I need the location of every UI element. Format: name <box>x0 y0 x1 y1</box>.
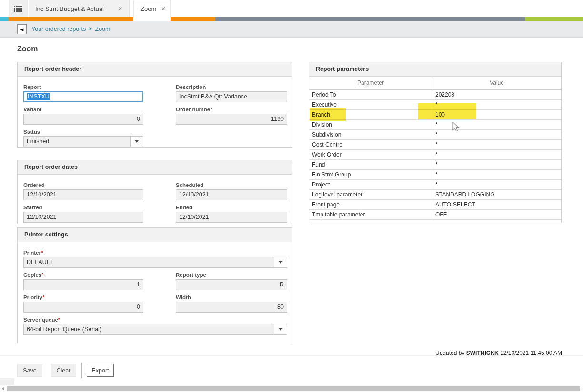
chevron-down-icon <box>135 140 139 143</box>
parameter-name-cell: Tmp table parameter <box>309 210 432 219</box>
chevron-down-icon <box>279 261 282 264</box>
updated-by-status: Updated by SWITNICKK 12/10/2021 11:45:00… <box>435 350 562 355</box>
stripe-orange-left <box>9 17 133 21</box>
stripe-cyan <box>0 17 9 21</box>
copies-label: Copies* <box>23 272 143 278</box>
parameter-row: Fund* <box>309 160 561 170</box>
parameter-value-cell: * <box>432 180 561 189</box>
parameter-name-cell: Cost Centre <box>309 140 432 149</box>
list-icon <box>14 6 22 12</box>
server-queue-label: Server queue* <box>23 317 287 323</box>
report-order-dates-panel: Report order dates Ordered 12/10/2021 Sc… <box>17 160 292 224</box>
ended-label: Ended <box>176 205 287 210</box>
scrollbar-thumb[interactable] <box>7 386 580 391</box>
started-input: 12/10/2021 <box>23 212 143 223</box>
updated-by-user: SWITNICKK <box>466 350 499 355</box>
breadcrumb-your-ordered-reports[interactable]: Your ordered reports <box>31 26 86 32</box>
close-icon[interactable]: ✕ <box>113 6 122 12</box>
parameter-name-cell: Fund <box>309 160 432 169</box>
parameter-value-cell: 100 <box>432 110 561 119</box>
tab-label: Zoom <box>141 5 156 12</box>
status-dropdown-button[interactable] <box>130 136 143 147</box>
printer-label: Printer* <box>23 250 287 255</box>
section-title: Report parameters <box>309 62 561 77</box>
report-type-label: Report type <box>176 272 287 278</box>
parameter-value-cell: * <box>432 150 561 159</box>
close-icon[interactable]: ✕ <box>156 6 165 12</box>
parameter-row: Front pageAUTO-SELECT <box>309 200 561 210</box>
breadcrumb: Your ordered reports>Zoom <box>31 21 110 38</box>
back-button[interactable]: ◀ <box>17 24 27 34</box>
status-select-value: Finished <box>23 136 131 147</box>
parameter-row: Tmp table parameterOFF <box>309 210 561 220</box>
parameter-value-cell: * <box>432 170 561 179</box>
parameter-row: Branch100 <box>309 110 561 120</box>
scroll-left-icon[interactable] <box>2 387 4 391</box>
parameter-name-cell: Executive <box>309 100 432 109</box>
required-marker: * <box>58 317 60 323</box>
parameter-name-cell: Fin Stmt Group <box>309 170 432 179</box>
parameter-value-cell: AUTO-SELECT <box>432 200 561 209</box>
tab-inc-stmt-budget-actual[interactable]: Inc Stmt Budget & Actual ✕ <box>29 0 130 17</box>
tab-bar: Inc Stmt Budget & Actual ✕ Zoom ✕ <box>0 0 583 17</box>
parameter-name-cell: Subdivision <box>309 130 432 139</box>
ordered-label: Ordered <box>23 182 143 188</box>
clear-button[interactable]: Clear <box>51 364 76 377</box>
save-button[interactable]: Save <box>17 364 42 377</box>
section-title: Report order dates <box>18 160 292 175</box>
priority-input: 0 <box>23 302 143 313</box>
stripe-green <box>525 17 583 21</box>
parameter-name-cell: Front page <box>309 200 432 209</box>
export-button[interactable]: Export <box>87 364 114 377</box>
horizontal-scrollbar[interactable] <box>0 385 583 392</box>
scheduled-label: Scheduled <box>176 182 287 188</box>
parameter-row: Fin Stmt Group* <box>309 170 561 180</box>
parameter-name-cell: Log level parameter <box>309 190 432 199</box>
updated-by-label: Updated by <box>435 350 464 355</box>
menu-tabs-button[interactable] <box>9 0 28 17</box>
report-type-input: R <box>176 279 287 290</box>
tab-label: Inc Stmt Budget & Actual <box>35 5 104 12</box>
printer-settings-panel: Printer settings Printer* DEFAULT Copies… <box>17 227 292 343</box>
section-title: Report order header <box>18 62 292 77</box>
variant-input: 0 <box>23 114 143 125</box>
started-label: Started <box>23 205 143 210</box>
parameter-row: Work Order* <box>309 150 561 160</box>
width-input: 80 <box>176 302 287 313</box>
parameter-row: Division* <box>309 120 561 130</box>
parameter-column-header: Parameter <box>309 77 432 89</box>
parameter-name-cell: Project <box>309 180 432 189</box>
selected-text: INSTXU <box>27 93 50 100</box>
content-bottom-edge <box>0 355 583 356</box>
scheduled-input: 12/10/2021 <box>176 189 287 200</box>
parameter-value-cell: * <box>432 160 561 169</box>
updated-at: 12/10/2021 11:45:00 AM <box>500 350 562 355</box>
breadcrumb-bar: ◀ Your ordered reports>Zoom <box>0 21 583 38</box>
ended-input: 12/10/2021 <box>176 212 287 223</box>
parameter-name-cell: Branch <box>309 110 432 119</box>
parameter-name-cell: Work Order <box>309 150 432 159</box>
width-label: Width <box>176 294 287 300</box>
parameter-value-cell: 202208 <box>432 90 561 99</box>
parameter-value-cell: * <box>432 140 561 149</box>
ordered-input: 12/10/2021 <box>23 189 143 200</box>
parameter-row: Project* <box>309 180 561 190</box>
parameter-value-cell: * <box>432 100 561 109</box>
parameter-row: Log level parameterSTANDARD LOGGING <box>309 190 561 200</box>
parameters-table-body: Period To202208Executive*Branch100Divisi… <box>309 90 561 220</box>
parameter-value-cell: OFF <box>432 210 561 219</box>
tab-zoom[interactable]: Zoom ✕ <box>133 0 171 17</box>
variant-label: Variant <box>23 107 143 112</box>
page-title: Zoom <box>17 45 38 53</box>
required-marker: * <box>42 294 44 300</box>
status-label: Status <box>23 129 143 135</box>
parameter-row: Cost Centre* <box>309 140 561 150</box>
report-order-header-panel: Report order header Report INSTXU Descri… <box>17 62 292 148</box>
breadcrumb-current: Zoom <box>95 26 111 32</box>
printer-dropdown-button[interactable] <box>274 257 287 268</box>
parameter-value-cell: STANDARD LOGGING <box>432 190 561 199</box>
report-input[interactable]: INSTXU <box>23 91 143 102</box>
server-queue-dropdown-button[interactable] <box>274 324 287 335</box>
parameter-row: Subdivision* <box>309 130 561 140</box>
section-title: Printer settings <box>18 228 292 242</box>
